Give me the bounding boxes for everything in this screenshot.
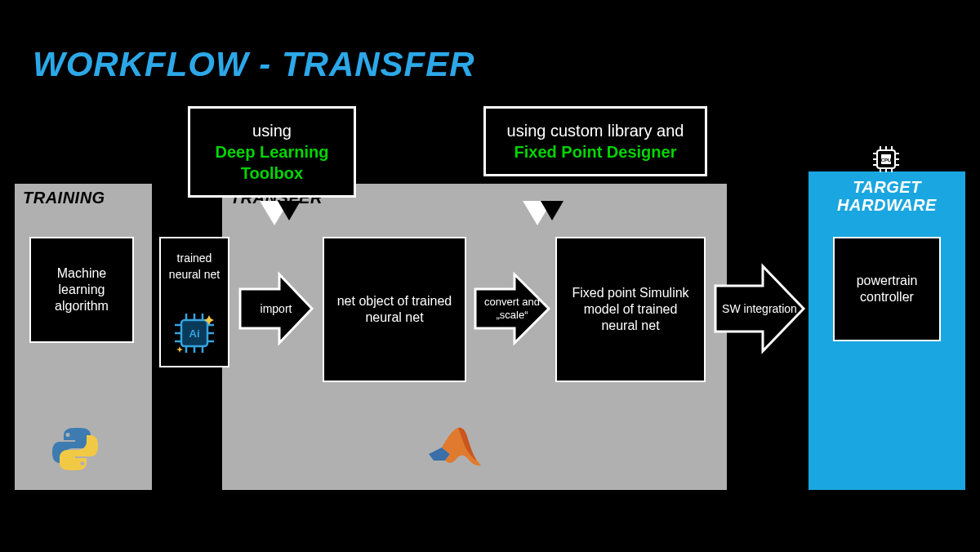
python-icon (51, 425, 100, 474)
svg-text:CPU: CPU (881, 158, 892, 162)
callout-fixed-point-designer: using custom library and Fixed Point Des… (483, 106, 707, 176)
svg-text:Ai: Ai (189, 327, 200, 340)
arrow-sw-integration: SW integration (712, 261, 807, 356)
box-net-object: net object of trained neural net (323, 237, 466, 382)
box-ml-algorithm: Machine learning algorithm (29, 237, 134, 343)
section-training-label: TRAINING (23, 189, 105, 207)
callout-tail-1 (260, 201, 289, 225)
section-target-label: TARGET HARDWARE (808, 178, 965, 214)
slide-title: WORKFLOW - TRANSFER (33, 45, 475, 84)
arrow-convert-scale: convert and „scale“ (472, 269, 552, 348)
cpu-icon: CPU (871, 144, 902, 175)
box-fixed-point-model: Fixed point Simulink model of trained ne… (555, 237, 706, 382)
box-powertrain-controller: powertrain controller (833, 237, 941, 341)
matlab-icon (427, 425, 484, 470)
callout-deep-learning-toolbox: using Deep Learning Toolbox (188, 106, 356, 198)
ai-chip-icon: Ai (172, 310, 217, 356)
callout-tail-2 (523, 201, 552, 225)
arrow-import: import (237, 269, 315, 348)
